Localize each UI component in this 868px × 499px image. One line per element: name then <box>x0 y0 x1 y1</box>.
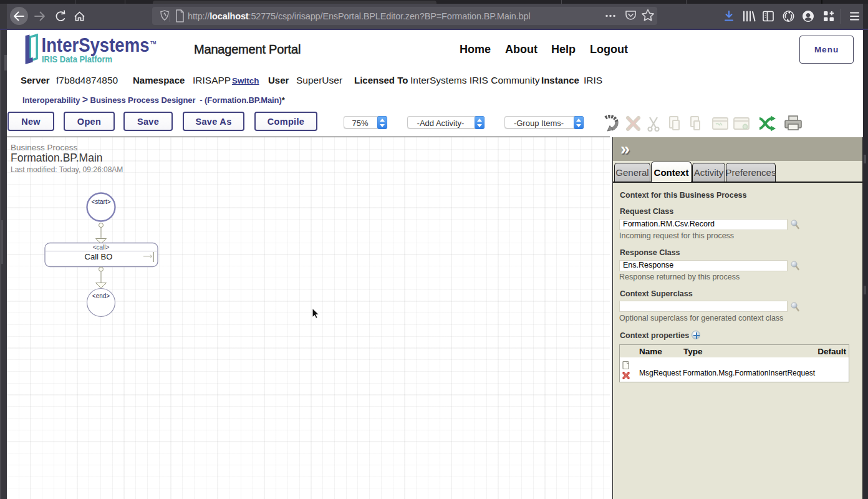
svg-text:<end>: <end> <box>92 293 110 299</box>
svg-text:<start>: <start> <box>91 198 110 205</box>
svg-text:InterSystems: InterSystems <box>42 34 150 56</box>
svg-text:TM: TM <box>150 41 156 45</box>
svg-text:<call>: <call> <box>93 244 110 251</box>
svg-text:Call BO: Call BO <box>85 252 113 261</box>
svg-text:IRIS Data Platform: IRIS Data Platform <box>42 54 112 64</box>
